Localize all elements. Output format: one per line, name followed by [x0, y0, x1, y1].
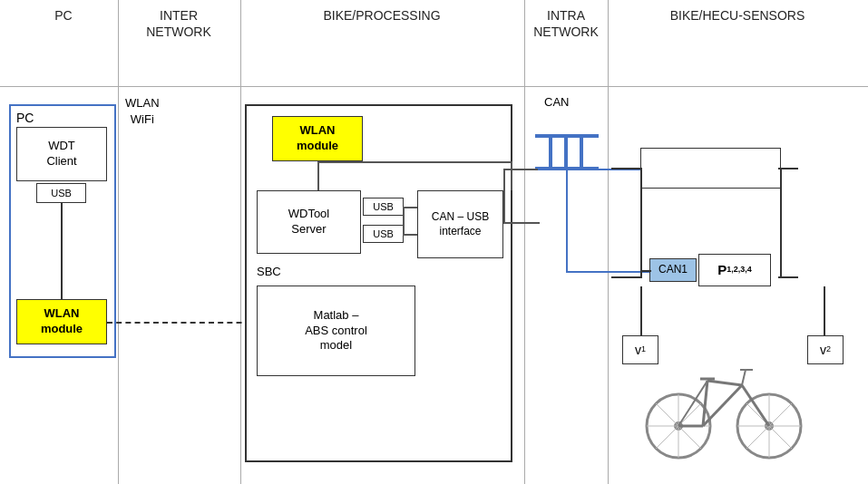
abs-outer-box — [640, 148, 781, 189]
matlab-box: Matlab –ABS controlmodel — [257, 286, 415, 376]
can-bus-v1 — [549, 134, 552, 170]
wdtool-server-box: WDToolServer — [257, 190, 361, 254]
can-usb-box: CAN – USBinterface — [417, 190, 503, 258]
abs-left-bracket-h2 — [611, 276, 642, 278]
v2-connector-v — [824, 286, 825, 335]
v1-connector-v — [640, 286, 642, 335]
usb-3-box: USB — [363, 225, 404, 243]
svg-line-20 — [742, 370, 746, 385]
can-to-p-v-line — [566, 169, 568, 273]
can-usb-to-can-v-line — [503, 169, 505, 224]
wlan-module-pc-box: WLANmodule — [16, 299, 107, 344]
usb-pc-box: USB — [36, 183, 86, 203]
bike-svg — [644, 344, 803, 462]
divider-2 — [240, 0, 241, 484]
usb2-to-can-line — [404, 207, 417, 208]
wlan-wifi-label: WLANWiFi — [125, 95, 160, 128]
can-to-bus-h-line — [503, 169, 538, 170]
usb3-to-can-line — [404, 234, 417, 236]
header-pc: PC — [14, 7, 113, 24]
divider-4 — [608, 0, 609, 484]
abs-left-bracket-v — [640, 168, 642, 276]
abs-left-bracket-h1 — [611, 168, 642, 169]
can1-p-box: CAN1 — [649, 258, 697, 282]
abs-right-bracket-v — [780, 168, 782, 276]
can-to-p-h-line — [566, 271, 651, 273]
wlan-to-wdt-line — [317, 161, 319, 190]
p-left-h — [640, 270, 651, 272]
top-separator — [0, 86, 868, 87]
wlan-h-line — [317, 161, 512, 163]
wlan-to-can-v-line — [511, 161, 512, 190]
divider-3 — [524, 0, 525, 484]
usb-to-wlan-line — [61, 203, 63, 299]
header-inter-network: INTERNETWORK — [120, 7, 238, 40]
sbc-label: SBC — [257, 265, 281, 278]
wdt-client-box: WDTClient — [16, 127, 107, 181]
pc-label: PC — [16, 111, 34, 125]
usb-2-box: USB — [363, 198, 404, 216]
header-intra-network: INTRANETWORK — [526, 7, 606, 40]
abs-right-bracket-h2 — [778, 276, 798, 278]
divider-1 — [118, 0, 119, 484]
abs-right-bracket-h1 — [778, 168, 798, 169]
header-bike-hecu: BIKE/HECU-SENSORS — [610, 7, 864, 24]
wlan-module-bike-box: WLANmodule — [272, 116, 363, 161]
header-bike-processing: BIKE/PROCESSING — [243, 7, 521, 24]
diagram: PC INTERNETWORK BIKE/PROCESSING INTRANET… — [0, 0, 868, 484]
can-bus-v2 — [564, 134, 568, 170]
usb-v-connector — [403, 207, 405, 236]
p-box: P1,2,3,4 — [698, 254, 771, 286]
can-usb-to-can-line — [503, 222, 540, 224]
v2-box: v2 — [807, 335, 844, 364]
svg-line-15 — [707, 381, 742, 385]
svg-line-16 — [703, 385, 742, 426]
can-bus-v3 — [580, 134, 583, 170]
can-label: CAN — [544, 95, 569, 109]
